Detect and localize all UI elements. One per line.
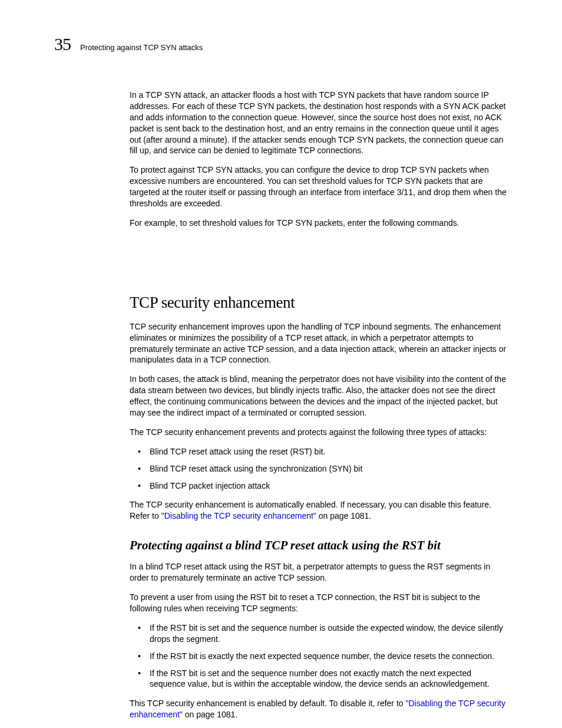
bullet-list: Blind TCP reset attack using the reset (… (130, 446, 508, 492)
paragraph: For example, to set threshold values for… (130, 218, 508, 229)
bullet-list: If the RST bit is set and the sequence n… (130, 622, 508, 690)
section-heading: TCP security enhancement (130, 294, 508, 312)
body-content: In a TCP SYN attack, an attacker floods … (130, 90, 508, 720)
page: 35 Protecting against TCP SYN attacks In… (0, 0, 562, 728)
paragraph: The TCP security enhancement prevents an… (130, 427, 508, 438)
paragraph: TCP security enhancement improves upon t… (130, 321, 508, 366)
subsection-heading: Protecting against a blind TCP reset att… (130, 538, 508, 553)
list-item: Blind TCP packet injection attack (130, 480, 508, 492)
list-item: If the RST bit is set and the sequence n… (130, 622, 508, 645)
paragraph: In both cases, the attack is blind, mean… (130, 374, 508, 419)
list-item: Blind TCP reset attack using the synchro… (130, 463, 508, 475)
paragraph: This TCP security enhancement is enabled… (130, 698, 508, 720)
paragraph: In a TCP SYN attack, an attacker floods … (130, 90, 508, 156)
paragraph: In a blind TCP reset attack using the RS… (130, 561, 508, 584)
list-item: Blind TCP reset attack using the reset (… (130, 446, 508, 457)
cross-reference-link[interactable]: "Disabling the TCP security enhancement" (161, 511, 316, 521)
paragraph: The TCP security enhancement is automati… (130, 499, 508, 522)
list-item: If the RST bit is set and the sequence n… (130, 668, 508, 690)
paragraph: To prevent a user from using the RST bit… (130, 592, 508, 614)
running-header: 35 Protecting against TCP SYN attacks (54, 34, 508, 54)
running-title: Protecting against TCP SYN attacks (80, 43, 203, 52)
text-run: This TCP security enhancement is enabled… (130, 699, 405, 708)
paragraph: To protect against TCP SYN attacks, you … (130, 164, 508, 209)
chapter-number: 35 (54, 34, 71, 54)
text-run: on page 1081. (183, 710, 237, 719)
text-run: on page 1081. (316, 511, 371, 521)
list-item: If the RST bit is exactly the next expec… (130, 651, 508, 662)
